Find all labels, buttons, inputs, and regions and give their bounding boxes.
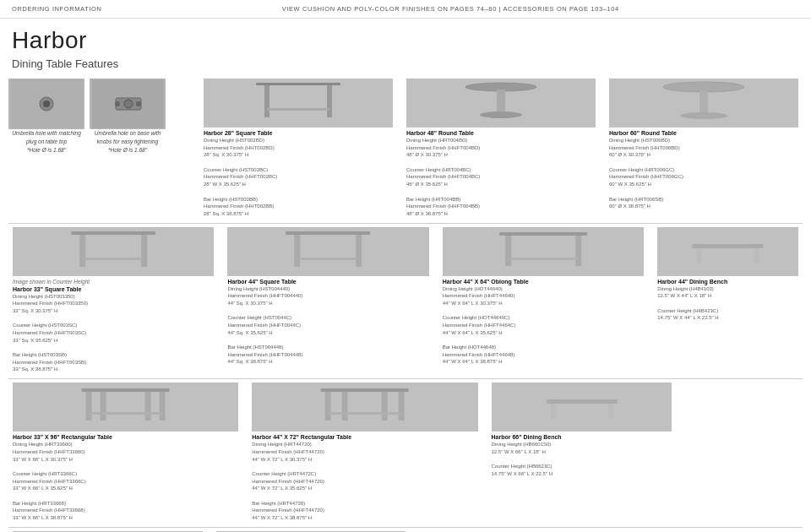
svg-point-5 xyxy=(124,100,133,108)
table-44x64ob: Harbor 44" X 64" Oblong Table Dining Hei… xyxy=(438,227,648,374)
svg-rect-35 xyxy=(160,392,166,421)
table-44x64ob-title: Harbor 44" X 64" Oblong Table xyxy=(443,279,644,285)
svg-rect-42 xyxy=(342,392,348,421)
table-66bench-specs: Dining Height (HB6601S0) 12.5" W X 66" L… xyxy=(492,441,672,477)
feature-hole-caption: Umbrella hole with matchingplug on table… xyxy=(9,129,84,154)
svg-rect-47 xyxy=(607,404,612,419)
table-44x72rect-specs: Dining Height (HRT44720) Hammered Finish… xyxy=(252,441,477,522)
feature-hole: Umbrella hole with matchingplug on table… xyxy=(8,79,84,154)
table-44sq-title: Harbor 44" Square Table xyxy=(227,279,428,285)
svg-rect-45 xyxy=(546,399,617,404)
table-44sq-specs: Dining Height (HST004440) Hammered Finis… xyxy=(227,285,428,366)
feature-images: Umbrella hole with matchingplug on table… xyxy=(8,79,188,154)
table-28sq-specs: Dining Height (HST002BD) Hammered Finish… xyxy=(204,137,393,218)
svg-point-7 xyxy=(136,101,141,106)
svg-rect-32 xyxy=(754,248,759,263)
table-28sq: Harbor 28" Square Table Dining Height (H… xyxy=(199,79,397,218)
svg-rect-10 xyxy=(327,85,332,117)
svg-rect-34 xyxy=(86,392,92,421)
svg-point-17 xyxy=(680,112,727,119)
top-bar: ORDERING INFORMATION View cushion and po… xyxy=(0,0,811,19)
table-48round-img xyxy=(406,79,596,128)
svg-rect-36 xyxy=(101,392,106,421)
svg-rect-40 xyxy=(325,392,331,421)
filler-cell xyxy=(681,383,803,522)
feature-hole-img xyxy=(8,79,84,129)
features-column: Umbrella hole with matchingplug on table… xyxy=(8,79,194,218)
table-44bench-specs: Dining Height (H4B4103) 12.5" W X 44" L … xyxy=(657,285,798,322)
svg-rect-22 xyxy=(286,231,371,235)
table-33x96rect-img xyxy=(13,383,238,432)
svg-point-14 xyxy=(480,111,522,118)
svg-rect-20 xyxy=(141,235,147,267)
table-44x72rect-title: Harbor 44" X 72" Rectangular Table xyxy=(252,434,477,440)
svg-rect-19 xyxy=(79,235,85,267)
table-66bench: Harbor 66" Dining Bench Dining Height (H… xyxy=(487,383,677,522)
svg-rect-21 xyxy=(84,258,143,260)
table-66bench-title: Harbor 66" Dining Bench xyxy=(492,434,672,440)
table-33x96rect-title: Harbor 33" X 96" Rectangular Table xyxy=(13,434,238,440)
svg-rect-18 xyxy=(71,231,155,235)
table-28sq-img xyxy=(204,79,393,128)
table-33x96rect-specs: Dining Height (HRT33660) Hammered Finish… xyxy=(13,441,238,522)
table-48round: Harbor 48" Round Table Dining Height (HR… xyxy=(402,79,600,218)
table-60round-title: Harbor 60" Round Table xyxy=(609,130,798,136)
table-33x96rect: Harbor 33" X 96" Rectangular Table Dinin… xyxy=(8,383,242,522)
page-title: Harbor xyxy=(12,27,799,54)
table-44sq: Harbor 44" Square Table Dining Height (H… xyxy=(223,227,433,374)
table-66bench-img xyxy=(492,383,672,432)
table-33sq-specs: Dining Height (HST003350) Hammered Finis… xyxy=(13,293,214,374)
svg-rect-9 xyxy=(264,85,269,117)
svg-rect-8 xyxy=(256,83,340,85)
svg-rect-30 xyxy=(693,244,764,248)
svg-point-6 xyxy=(115,101,120,106)
table-33sq-img xyxy=(13,227,214,276)
svg-rect-26 xyxy=(499,232,587,236)
svg-rect-29 xyxy=(509,258,578,260)
section-title: Dining Table Features xyxy=(12,57,799,70)
table-44bench-title: Harbor 44" Dining Bench xyxy=(657,279,798,285)
table-44x72rect: Harbor 44" X 72" Rectangular Table Dinin… xyxy=(248,383,482,522)
svg-rect-13 xyxy=(497,90,505,115)
content-area: Umbrella hole with matchingplug on table… xyxy=(0,79,811,532)
table-44bench-img xyxy=(657,227,798,276)
svg-rect-31 xyxy=(697,248,702,263)
svg-point-2 xyxy=(43,100,50,107)
feature-knob-caption: Umbrella hole on base withknobs for easy… xyxy=(90,129,165,154)
counter-img-label: Image shown in Counter Height xyxy=(13,279,214,285)
table-48round-title: Harbor 48" Round Table xyxy=(406,130,596,136)
svg-rect-41 xyxy=(399,392,405,421)
table-44sq-img xyxy=(227,227,428,276)
table-33sq-title: Harbor 33" Square Table xyxy=(13,286,214,292)
svg-rect-33 xyxy=(82,388,170,392)
table-33sq: Image shown in Counter Height Harbor 33"… xyxy=(8,227,218,374)
svg-rect-11 xyxy=(267,108,329,111)
page: ORDERING INFORMATION View cushion and po… xyxy=(0,0,811,532)
table-44x72rect-img xyxy=(252,383,477,432)
table-28sq-title: Harbor 28" Square Table xyxy=(204,130,393,136)
svg-rect-39 xyxy=(321,388,409,392)
table-44bench: Harbor 44" Dining Bench Dining Height (H… xyxy=(653,227,803,374)
feature-knob: Umbrella hole on base withknobs for easy… xyxy=(90,79,166,154)
svg-rect-28 xyxy=(575,236,581,266)
svg-rect-25 xyxy=(299,258,358,260)
svg-rect-16 xyxy=(699,90,708,116)
table-60round-img xyxy=(609,79,798,128)
svg-rect-46 xyxy=(550,404,555,419)
svg-rect-24 xyxy=(357,235,362,267)
table-48round-specs: Dining Height (HRT004BD) Hammered Finish… xyxy=(406,137,596,218)
svg-rect-37 xyxy=(145,392,151,421)
feature-knob-img xyxy=(90,79,166,129)
table-44x64ob-img xyxy=(443,227,644,276)
title-section: Harbor Dining Table Features xyxy=(0,19,811,79)
table-60round: Harbor 60" Round Table Dining Height (HS… xyxy=(605,79,803,218)
svg-rect-44 xyxy=(329,412,401,415)
svg-rect-23 xyxy=(295,235,301,267)
svg-rect-38 xyxy=(90,412,162,415)
svg-rect-27 xyxy=(505,236,511,266)
table-44x64ob-specs: Dining Height (HOT44640) Hammered Finish… xyxy=(443,285,644,366)
table-60round-specs: Dining Height (HST006BD) Hammered Finish… xyxy=(609,137,798,210)
svg-rect-43 xyxy=(382,392,388,421)
header-center-text: View cushion and poly-color finishes on … xyxy=(282,5,619,13)
ordering-info-label: ORDERING INFORMATION xyxy=(12,5,101,13)
